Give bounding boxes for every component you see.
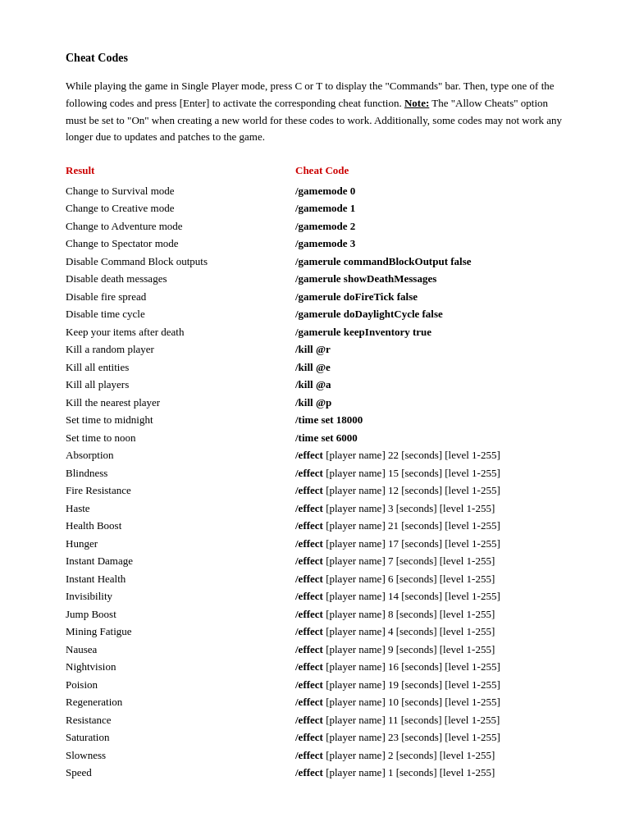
- code-cell: /effect [player name] 3 [seconds] [level…: [295, 500, 564, 518]
- table-row: Mining Fatigue/effect [player name] 4 [s…: [66, 623, 564, 641]
- code-cell: /effect [player name] 21 [seconds] [leve…: [295, 517, 564, 535]
- code-cell: /gamemode 3: [295, 235, 564, 253]
- cheat-codes-table: Result Cheat Code Change to Survival mod…: [66, 162, 564, 782]
- table-row: Invisibility/effect [player name] 14 [se…: [66, 587, 564, 605]
- result-cell: Keep your items after death: [66, 323, 295, 341]
- result-cell: Set time to noon: [66, 429, 295, 447]
- code-cell: /effect [player name] 19 [seconds] [leve…: [295, 676, 564, 694]
- code-bold-prefix: /effect: [295, 660, 323, 673]
- code-bold-prefix: /effect: [295, 537, 323, 550]
- result-cell: Change to Creative mode: [66, 199, 295, 217]
- table-row: Disable Command Block outputs/gamerule c…: [66, 253, 564, 271]
- code-bold-prefix: /effect: [295, 590, 323, 602]
- table-row: Slowness/effect [player name] 2 [seconds…: [66, 746, 564, 765]
- code-cell: /effect [player name] 16 [seconds] [leve…: [295, 658, 564, 676]
- code-cell: /kill @e: [295, 358, 564, 377]
- table-row: Kill a random player/kill @r: [66, 340, 564, 358]
- code-cell: /effect [player name] 9 [seconds] [level…: [295, 641, 564, 659]
- table-row: Change to Adventure mode/gamemode 2: [66, 217, 564, 235]
- table-row: Kill all players/kill @a: [66, 376, 564, 394]
- result-cell: Instant Health: [66, 570, 295, 588]
- result-cell: Invisibility: [66, 587, 295, 605]
- code-bold-prefix: /effect: [295, 766, 323, 778]
- code-cell: /effect [player name] 4 [seconds] [level…: [295, 623, 564, 641]
- result-cell: Resistance: [66, 711, 295, 729]
- code-cell: /gamerule doFireTick false: [295, 288, 564, 306]
- code-full-bold: /kill @e: [295, 361, 331, 373]
- table-row: Poision/effect [player name] 19 [seconds…: [66, 676, 564, 694]
- result-cell: Poision: [66, 676, 295, 694]
- code-bold-prefix: /effect: [295, 749, 323, 761]
- table-row: Nightvision/effect [player name] 16 [sec…: [66, 658, 564, 676]
- table-row: Haste/effect [player name] 3 [seconds] […: [66, 500, 564, 518]
- code-cell: /gamerule commandBlockOutput false: [295, 253, 564, 271]
- code-cell: /gamemode 2: [295, 217, 564, 235]
- result-cell: Change to Survival mode: [66, 182, 295, 200]
- code-bold-prefix: /effect: [295, 573, 323, 585]
- code-cell: /gamemode 1: [295, 199, 564, 217]
- code-bold-prefix: /effect: [295, 484, 323, 496]
- code-full-bold: /gamemode 1: [295, 202, 355, 214]
- code-bold-prefix: /effect: [295, 519, 323, 532]
- result-cell: Change to Spectator mode: [66, 235, 295, 253]
- code-full-bold: /kill @r: [295, 343, 331, 355]
- result-cell: Haste: [66, 500, 295, 518]
- table-row: Keep your items after death/gamerule kee…: [66, 323, 564, 341]
- result-cell: Disable Command Block outputs: [66, 253, 295, 271]
- code-cell: /time set 18000: [295, 411, 564, 429]
- result-cell: Blindness: [66, 464, 295, 482]
- code-bold-prefix: /effect: [295, 625, 323, 637]
- code-cell: /effect [player name] 15 [seconds] [leve…: [295, 464, 564, 482]
- code-cell: /gamerule keepInventory true: [295, 323, 564, 341]
- result-cell: Kill all entities: [66, 358, 295, 377]
- result-cell: Saturation: [66, 728, 295, 746]
- code-cell: /effect [player name] 23 [seconds] [leve…: [295, 728, 564, 746]
- table-row: Absorption/effect [player name] 22 [seco…: [66, 446, 564, 464]
- table-row: Health Boost/effect [player name] 21 [se…: [66, 517, 564, 535]
- code-bold-prefix: /effect: [295, 714, 323, 726]
- code-cell: /kill @p: [295, 394, 564, 412]
- result-cell: Jump Boost: [66, 605, 295, 623]
- result-cell: Mining Fatigue: [66, 623, 295, 641]
- result-cell: Change to Adventure mode: [66, 217, 295, 235]
- table-row: Change to Spectator mode/gamemode 3: [66, 235, 564, 253]
- code-bold-prefix: /effect: [295, 449, 323, 461]
- result-cell: Slowness: [66, 746, 295, 765]
- table-row: Disable time cycle/gamerule doDaylightCy…: [66, 305, 564, 323]
- result-cell: Fire Resistance: [66, 482, 295, 500]
- code-full-bold: /time set 6000: [295, 431, 358, 444]
- table-row: Set time to noon/time set 6000: [66, 429, 564, 447]
- code-cell: /kill @a: [295, 376, 564, 394]
- table-row: Fire Resistance/effect [player name] 12 …: [66, 482, 564, 500]
- table-row: Kill all entities/kill @e: [66, 358, 564, 377]
- code-bold-prefix: /effect: [295, 467, 323, 479]
- code-cell: /gamerule doDaylightCycle false: [295, 305, 564, 323]
- code-cell: /effect [player name] 2 [seconds] [level…: [295, 746, 564, 765]
- code-bold-prefix: /effect: [295, 502, 323, 514]
- result-cell: Nausea: [66, 641, 295, 659]
- code-full-bold: /gamemode 3: [295, 237, 355, 249]
- code-full-bold: /gamerule doFireTick false: [295, 290, 418, 303]
- code-cell: /effect [player name] 17 [seconds] [leve…: [295, 535, 564, 553]
- code-full-bold: /gamerule doDaylightCycle false: [295, 308, 443, 320]
- page-title: Cheat Codes: [66, 49, 564, 66]
- code-cell: /effect [player name] 7 [seconds] [level…: [295, 552, 564, 570]
- code-cell: /gamemode 0: [295, 182, 564, 200]
- code-cell: /time set 6000: [295, 429, 564, 447]
- code-cell: /effect [player name] 6 [seconds] [level…: [295, 570, 564, 588]
- intro-paragraph: While playing the game in Single Player …: [66, 78, 564, 146]
- code-cell: /effect [player name] 8 [seconds] [level…: [295, 605, 564, 623]
- result-cell: Set time to midnight: [66, 411, 295, 429]
- result-cell: Disable time cycle: [66, 305, 295, 323]
- table-row: Disable fire spread/gamerule doFireTick …: [66, 288, 564, 306]
- table-header-row: Result Cheat Code: [66, 162, 564, 182]
- code-bold-prefix: /effect: [295, 731, 323, 743]
- code-cell: /effect [player name] 12 [seconds] [leve…: [295, 482, 564, 500]
- code-bold-prefix: /effect: [295, 643, 323, 655]
- code-column-header: Cheat Code: [295, 162, 564, 182]
- table-row: Resistance/effect [player name] 11 [seco…: [66, 711, 564, 729]
- code-cell: /effect [player name] 11 [seconds] [leve…: [295, 711, 564, 729]
- table-row: Disable death messages/gamerule showDeat…: [66, 270, 564, 288]
- result-cell: Speed: [66, 764, 295, 782]
- table-row: Saturation/effect [player name] 23 [seco…: [66, 728, 564, 746]
